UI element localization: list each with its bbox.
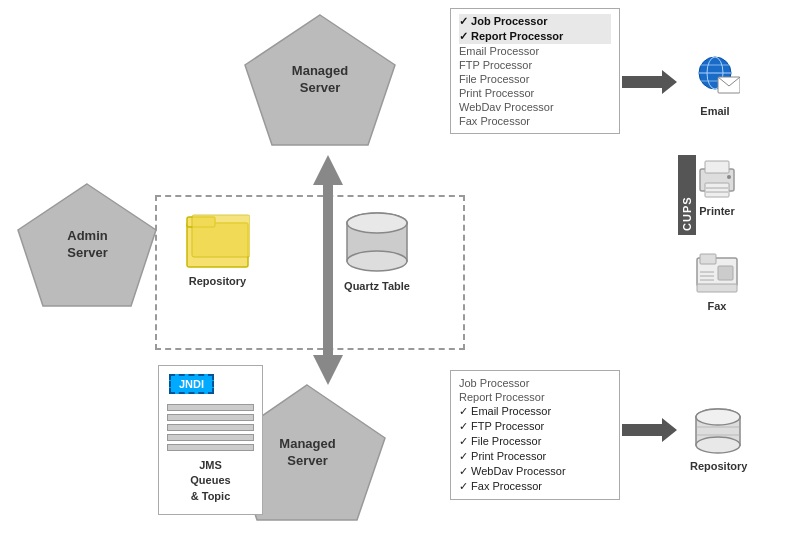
proc-item-report-top: ✓ Report Processor — [459, 29, 611, 44]
proc-item-file-top: File Processor — [459, 72, 611, 86]
managed-server-top-label: ManagedServer — [292, 63, 348, 97]
cylinder-icon — [342, 209, 412, 274]
svg-rect-27 — [718, 266, 733, 280]
admin-server-label: AdminServer — [67, 228, 107, 262]
svg-rect-21 — [705, 183, 729, 197]
proc-item-file-bottom: ✓ File Processor — [459, 434, 611, 449]
proc-item-print-top: Print Processor — [459, 86, 611, 100]
svg-rect-26 — [700, 254, 716, 264]
svg-point-35 — [696, 409, 740, 425]
proc-item-ftp-top: FTP Processor — [459, 58, 611, 72]
jms-lines — [167, 404, 254, 454]
jms-label: JMSQueues& Topic — [159, 458, 262, 504]
repository-right-label: Repository — [690, 460, 747, 472]
printer-label: Printer — [692, 205, 742, 217]
repository-label: Repository — [185, 275, 250, 287]
email-icon-area: Email — [690, 55, 740, 117]
proc-item-fax-bottom: ✓ Fax Processor — [459, 479, 611, 494]
proc-item-webdav-bottom: ✓ WebDav Processor — [459, 464, 611, 479]
fax-label: Fax — [692, 300, 742, 312]
proc-item-ftp-bottom: ✓ FTP Processor — [459, 419, 611, 434]
arrow-bottom-right — [622, 418, 677, 446]
svg-rect-5 — [192, 215, 250, 257]
arrow-vertical — [308, 155, 348, 389]
svg-point-8 — [347, 251, 407, 271]
svg-rect-31 — [697, 284, 737, 292]
svg-marker-12 — [622, 418, 677, 442]
proc-item-report-bottom: Report Processor — [459, 390, 611, 404]
fax-icon — [692, 250, 742, 295]
admin-server: AdminServer — [15, 180, 160, 310]
printer-icon — [692, 155, 742, 200]
folder-icon — [185, 209, 250, 269]
database-icon — [691, 405, 746, 455]
printer-icon-area: Printer — [692, 155, 742, 217]
proc-item-email-bottom: ✓ Email Processor — [459, 404, 611, 419]
quartz-table-area: Quartz Table — [342, 209, 412, 292]
jndi-label: JNDI — [169, 374, 214, 394]
proc-item-email-top: Email Processor — [459, 44, 611, 58]
proc-item-fax-top: Fax Processor — [459, 114, 611, 128]
proc-item-print-bottom: ✓ Print Processor — [459, 449, 611, 464]
proc-box-top: ✓ Job Processor ✓ Report Processor Email… — [450, 8, 620, 134]
svg-point-9 — [347, 213, 407, 233]
email-label: Email — [690, 105, 740, 117]
svg-marker-10 — [622, 70, 677, 94]
repository-icon-area: Repository — [185, 209, 250, 287]
arrow-top-right — [622, 70, 677, 98]
proc-box-bottom: Job Processor Report Processor ✓ Email P… — [450, 370, 620, 500]
svg-marker-11 — [313, 155, 343, 385]
svg-rect-20 — [705, 161, 729, 173]
quartz-table-label: Quartz Table — [342, 280, 412, 292]
email-icon — [690, 55, 740, 100]
fax-icon-area: Fax — [692, 250, 742, 312]
svg-point-34 — [696, 437, 740, 453]
proc-item-webdav-top: WebDav Processor — [459, 100, 611, 114]
managed-server-top: ManagedServer — [240, 10, 400, 150]
managed-server-bottom-label: ManagedServer — [279, 436, 335, 470]
proc-item-job-bottom: Job Processor — [459, 376, 611, 390]
proc-item-job-top: ✓ Job Processor — [459, 14, 611, 29]
repository-icon-right-area: Repository — [690, 405, 747, 472]
diagram: ManagedServer AdminServer ManagedServer … — [0, 0, 791, 538]
jms-box: JNDI JMSQueues& Topic — [158, 365, 263, 515]
svg-point-22 — [727, 175, 731, 179]
